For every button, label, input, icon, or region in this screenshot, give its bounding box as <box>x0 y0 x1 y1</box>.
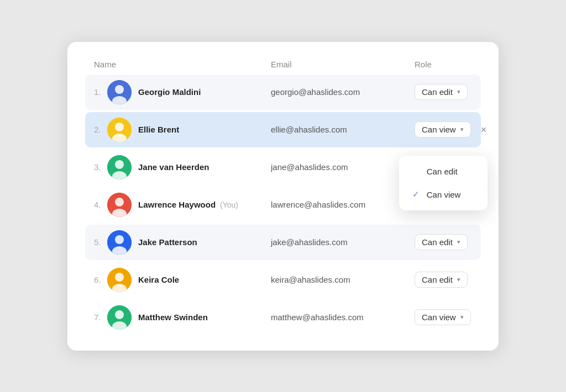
svg-point-19 <box>115 310 124 319</box>
name-column-header: Name <box>94 60 271 69</box>
svg-point-7 <box>115 160 124 169</box>
role-dropdown-wrapper: Can view▾ <box>415 309 471 325</box>
email-cell: jake@ahaslides.com <box>271 237 415 247</box>
role-cell: Can edit▾ <box>415 272 472 288</box>
dropdown-option-label: Can view <box>427 190 461 199</box>
check-icon: ✓ <box>412 189 421 199</box>
row-number: 3. <box>94 162 107 172</box>
user-name: Ellie Brent <box>138 125 179 134</box>
svg-point-4 <box>115 123 124 131</box>
name-cell: 3. Jane van Heerden <box>94 155 271 179</box>
dropdown-option-label: Can edit <box>427 167 458 176</box>
row-number: 4. <box>94 200 107 209</box>
role-cell: Can edit▾ <box>415 234 472 250</box>
role-dropdown-button[interactable]: Can edit▾ <box>415 234 468 250</box>
role-dropdown-wrapper: Can view▾Can edit✓Can view <box>415 121 471 137</box>
role-dropdown-button[interactable]: Can view▾ <box>415 309 471 325</box>
chevron-down-icon: ▾ <box>457 239 460 246</box>
avatar <box>107 155 132 179</box>
svg-point-10 <box>115 198 124 206</box>
avatar <box>107 118 132 142</box>
svg-point-1 <box>115 85 124 94</box>
role-label: Can view <box>422 125 456 134</box>
table-row: 6. Keira Colekeira@ahaslides.comCan edit… <box>85 262 481 298</box>
user-name: Keira Cole <box>138 275 179 284</box>
table-row: 1. Georgio Maldinigeorgio@ahaslides.comC… <box>85 75 481 110</box>
email-cell: georgio@ahaslides.com <box>271 87 415 97</box>
email-cell: jane@ahaslides.com <box>271 162 415 172</box>
role-label: Can edit <box>422 87 453 97</box>
row-number: 6. <box>94 275 107 284</box>
user-list: 1. Georgio Maldinigeorgio@ahaslides.comC… <box>85 75 481 335</box>
close-button[interactable]: × <box>479 124 489 136</box>
row-number: 2. <box>94 125 107 134</box>
user-name: Jake Patterson <box>138 237 197 247</box>
table-row: 2. Ellie Brentellie@ahaslides.comCan vie… <box>85 112 481 147</box>
role-dropdown-button[interactable]: Can edit▾ <box>415 272 468 288</box>
chevron-down-icon: ▾ <box>460 126 464 133</box>
name-cell: 7. Matthew Swinden <box>94 305 271 330</box>
role-label: Can view <box>422 312 456 322</box>
table-header: Name Email Role <box>85 60 481 75</box>
avatar <box>107 193 132 217</box>
dropdown-option[interactable]: ✓Can view <box>399 183 488 206</box>
name-cell: 2. Ellie Brent <box>94 118 271 142</box>
user-name: Matthew Swinden <box>138 312 208 322</box>
row-number: 5. <box>94 237 107 247</box>
role-dropdown-wrapper: Can edit▾ <box>415 84 468 100</box>
user-permissions-card: Name Email Role 1. Georgio Maldinigeorgi… <box>67 42 499 351</box>
role-label: Can edit <box>422 237 453 247</box>
name-cell: 1. Georgio Maldini <box>94 80 271 104</box>
role-label: Can edit <box>422 275 453 284</box>
chevron-down-icon: ▾ <box>460 314 464 321</box>
name-cell: 4. Lawrence Haywood(You) <box>94 193 271 217</box>
email-cell: lawrence@ahaslides.com <box>271 200 415 209</box>
avatar <box>107 80 132 104</box>
role-dropdown-wrapper: Can edit▾ <box>415 234 468 250</box>
user-name: Jane van Heerden <box>138 162 209 172</box>
you-badge: (You) <box>220 200 238 209</box>
dropdown-option[interactable]: Can edit <box>399 160 488 183</box>
svg-point-13 <box>115 235 124 244</box>
chevron-down-icon: ▾ <box>457 88 460 96</box>
user-name: Georgio Maldini <box>138 87 201 97</box>
name-cell: 5. Jake Patterson <box>94 230 271 255</box>
avatar <box>107 305 132 330</box>
role-dropdown-wrapper: Can edit▾ <box>415 272 468 288</box>
role-dropdown-popup: Can edit✓Can view <box>399 156 488 210</box>
role-column-header: Role <box>415 60 472 69</box>
email-cell: matthew@ahaslides.com <box>271 312 415 322</box>
row-number: 1. <box>94 87 107 97</box>
role-dropdown-button[interactable]: Can edit▾ <box>415 84 468 100</box>
table-row: 5. Jake Pattersonjake@ahaslides.comCan e… <box>85 225 481 260</box>
avatar <box>107 230 132 255</box>
name-cell: 6. Keira Cole <box>94 268 271 292</box>
role-cell: Can view▾ <box>415 309 472 325</box>
svg-point-16 <box>115 273 124 282</box>
chevron-down-icon: ▾ <box>457 276 460 283</box>
table-row: 7. Matthew Swindenmatthew@ahaslides.comC… <box>85 300 481 335</box>
user-name: Lawrence Haywood <box>138 200 216 209</box>
email-column-header: Email <box>271 60 415 69</box>
role-cell: Can view▾Can edit✓Can view× <box>415 121 489 137</box>
role-cell: Can edit▾ <box>415 84 472 100</box>
email-cell: ellie@ahaslides.com <box>271 125 415 134</box>
avatar <box>107 268 132 292</box>
email-cell: keira@ahaslides.com <box>271 275 415 284</box>
row-number: 7. <box>94 312 107 322</box>
role-dropdown-button[interactable]: Can view▾ <box>415 121 471 137</box>
